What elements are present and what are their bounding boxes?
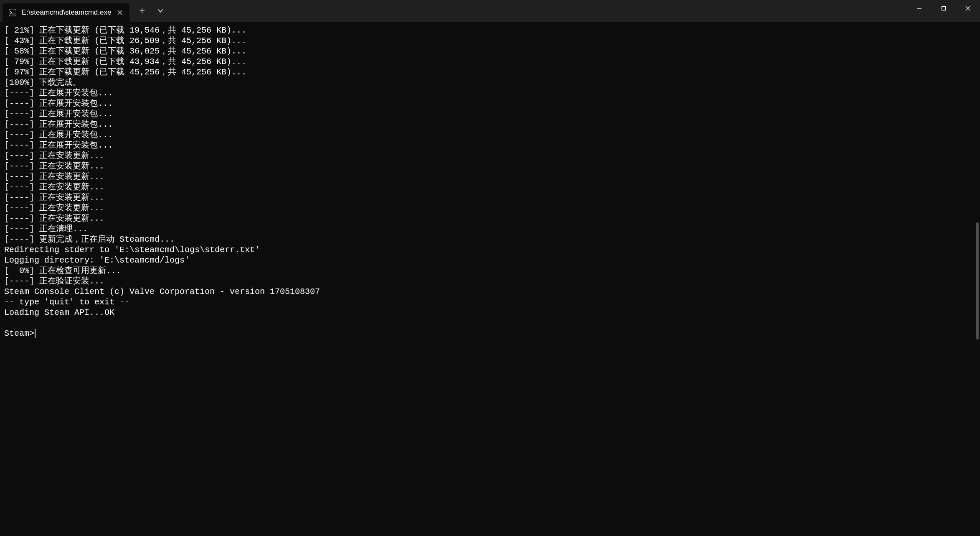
terminal-line: [ 58%] 正在下载更新 (已下载 36,025，共 45,256 KB)..… (4, 46, 976, 56)
terminal-line: [----] 正在安装更新... (4, 171, 976, 182)
terminal-line: [----] 更新完成，正在启动 Steamcmd... (4, 234, 976, 245)
terminal-line: [ 21%] 正在下载更新 (已下载 19,546，共 45,256 KB)..… (4, 25, 976, 36)
terminal-line: Steam Console Client (c) Valve Corporati… (4, 286, 976, 297)
terminal-line: [----] 正在安装更新... (4, 161, 976, 171)
new-tab-button[interactable] (134, 3, 150, 18)
titlebar: E:\steamcmd\steamcmd.exe (0, 0, 980, 22)
terminal-area[interactable]: [ 21%] 正在下载更新 (已下载 19,546，共 45,256 KB)..… (0, 22, 980, 536)
cmd-icon (8, 8, 17, 17)
terminal-line: [----] 正在安装更新... (4, 213, 976, 224)
terminal-line (4, 318, 976, 328)
terminal-line: [100%] 下载完成。 (4, 77, 976, 88)
terminal-line: Redirecting stderr to 'E:\steamcmd\logs\… (4, 245, 976, 255)
tab-close-button[interactable] (116, 9, 124, 16)
terminal-line: [----] 正在验证安装... (4, 276, 976, 286)
terminal-line: [----] 正在安装更新... (4, 203, 976, 213)
terminal-line: [----] 正在展开安装包... (4, 88, 976, 98)
terminal-line: [----] 正在展开安装包... (4, 119, 976, 130)
minimize-button[interactable] (907, 0, 932, 17)
tab-active[interactable]: E:\steamcmd\steamcmd.exe (3, 3, 129, 22)
terminal-line: [----] 正在安装更新... (4, 192, 976, 203)
terminal-line: Logging directory: 'E:\steamcmd/logs' (4, 255, 976, 265)
terminal-line: [----] 正在展开安装包... (4, 98, 976, 109)
terminal-line: [ 0%] 正在检查可用更新... (4, 265, 976, 276)
window-controls (907, 0, 980, 17)
terminal-line: [----] 正在安装更新... (4, 182, 976, 192)
terminal-prompt: Steam> (4, 328, 34, 339)
terminal-line: [----] 正在安装更新... (4, 151, 976, 161)
terminal-output: [ 21%] 正在下载更新 (已下载 19,546，共 45,256 KB)..… (0, 22, 980, 343)
maximize-button[interactable] (932, 0, 956, 17)
terminal-line: [----] 正在展开安装包... (4, 140, 976, 151)
terminal-line: [----] 正在展开安装包... (4, 109, 976, 119)
terminal-line: [ 79%] 正在下载更新 (已下载 43,934，共 45,256 KB)..… (4, 56, 976, 67)
terminal-cursor (35, 329, 36, 338)
terminal-line: -- type 'quit' to exit -- (4, 297, 976, 307)
scrollbar-thumb[interactable] (976, 222, 979, 339)
terminal-line: [ 43%] 正在下载更新 (已下载 26,509，共 45,256 KB)..… (4, 36, 976, 46)
tab-title: E:\steamcmd\steamcmd.exe (22, 8, 111, 17)
svg-rect-0 (9, 9, 16, 16)
close-window-button[interactable] (956, 0, 980, 17)
terminal-line: [----] 正在清理... (4, 224, 976, 234)
terminal-line: [ 97%] 正在下载更新 (已下载 45,256，共 45,256 KB)..… (4, 67, 976, 77)
tab-dropdown-button[interactable] (152, 3, 169, 18)
terminal-line: [----] 正在展开安装包... (4, 130, 976, 140)
terminal-line: Loading Steam API...OK (4, 307, 976, 318)
terminal-prompt-line[interactable]: Steam> (4, 328, 976, 339)
svg-rect-7 (942, 7, 946, 10)
tabbar-actions (134, 0, 169, 22)
